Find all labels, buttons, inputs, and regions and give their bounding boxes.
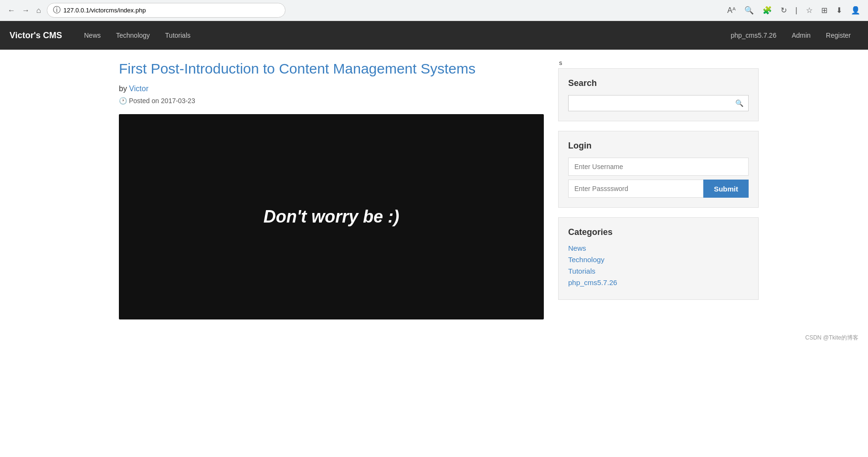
reader-icon[interactable]: Aᴬ	[725, 4, 738, 17]
categories-title: Categories	[568, 227, 749, 237]
main-container: First Post-Introduction to Content Manag…	[100, 50, 768, 329]
sidebar-pre-label: s	[558, 59, 759, 66]
submit-button[interactable]: Submit	[703, 180, 749, 198]
search-input[interactable]	[568, 95, 730, 111]
nav-link-tutorials[interactable]: Tutorials	[158, 28, 198, 43]
search-title: Search	[568, 78, 749, 88]
zoom-icon[interactable]: 🔍	[742, 4, 756, 17]
login-row: Submit	[568, 180, 749, 198]
browser-chrome: ← → ⌂ ⓘ Aᴬ 🔍 🧩 ↻ | ☆ ⊞ ⬇ 👤	[0, 0, 868, 21]
nav-link-technology[interactable]: Technology	[108, 28, 158, 43]
article-image-text: Don't worry be :)	[264, 207, 400, 227]
list-item: News	[568, 244, 749, 253]
sidebar: s Search 🔍 Login Submit Categories	[558, 59, 759, 319]
back-button[interactable]: ←	[6, 4, 17, 17]
nav-link-admin[interactable]: Admin	[784, 28, 818, 43]
article-title: First Post-Introduction to Content Manag…	[119, 59, 544, 78]
posted-date: 2017-03-23	[161, 97, 195, 105]
login-title: Login	[568, 141, 749, 151]
site-nav: Victor's CMS News Technology Tutorials p…	[0, 21, 868, 50]
category-link-news[interactable]: News	[568, 244, 586, 252]
category-link-technology[interactable]: Technology	[568, 255, 604, 264]
info-icon: ⓘ	[53, 5, 61, 15]
address-bar[interactable]: ⓘ	[47, 3, 286, 18]
article-author: by Victor	[119, 85, 544, 93]
content-area: First Post-Introduction to Content Manag…	[119, 59, 544, 319]
article-image: Don't worry be :)	[119, 114, 544, 319]
author-link[interactable]: Victor	[129, 85, 148, 93]
divider: |	[794, 4, 799, 17]
nav-links: News Technology Tutorials php_cms5.7.26 …	[76, 28, 858, 43]
browser-nav-buttons: ← → ⌂	[6, 4, 43, 17]
clock-icon: 🕐	[119, 97, 127, 105]
category-link-php-cms[interactable]: php_cms5.7.26	[568, 278, 617, 287]
posted-label: Posted on	[129, 97, 159, 105]
author-label: by	[119, 85, 127, 93]
refresh-icon[interactable]: ↻	[779, 4, 789, 17]
categories-list: News Technology Tutorials php_cms5.7.26	[568, 244, 749, 287]
downloads-icon[interactable]: ⬇	[834, 4, 844, 17]
watermark: CSDN @Tkite的博客	[0, 329, 868, 347]
category-link-tutorials[interactable]: Tutorials	[568, 267, 595, 275]
login-section: Login Submit	[558, 131, 759, 208]
nav-link-news[interactable]: News	[76, 28, 108, 43]
search-form: 🔍	[568, 95, 749, 111]
list-item: php_cms5.7.26	[568, 278, 749, 287]
site-brand[interactable]: Victor's CMS	[10, 31, 62, 41]
browser-toolbar-right: Aᴬ 🔍 🧩 ↻ | ☆ ⊞ ⬇ 👤	[725, 4, 862, 17]
password-input[interactable]	[568, 180, 703, 198]
nav-link-register[interactable]: Register	[818, 28, 858, 43]
list-item: Tutorials	[568, 267, 749, 276]
url-input[interactable]	[64, 7, 279, 14]
list-item: Technology	[568, 255, 749, 264]
favorites-icon[interactable]: ☆	[804, 4, 815, 17]
profile-icon[interactable]: 👤	[849, 4, 862, 17]
nav-link-php-cms[interactable]: php_cms5.7.26	[723, 28, 784, 43]
search-section: Search 🔍	[558, 68, 759, 121]
username-input[interactable]	[568, 158, 749, 176]
extensions-icon[interactable]: 🧩	[761, 4, 774, 17]
article-meta: 🕐 Posted on 2017-03-23	[119, 97, 544, 105]
search-button[interactable]: 🔍	[730, 95, 749, 111]
categories-section: Categories News Technology Tutorials php…	[558, 217, 759, 300]
home-button[interactable]: ⌂	[34, 4, 43, 17]
forward-button[interactable]: →	[20, 4, 32, 17]
search-icon: 🔍	[735, 99, 743, 107]
collections-icon[interactable]: ⊞	[819, 4, 829, 17]
